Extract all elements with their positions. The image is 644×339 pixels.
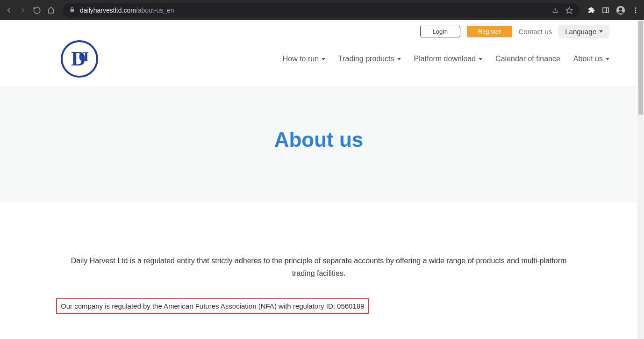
login-button[interactable]: LogIn: [420, 26, 461, 37]
chevron-down-icon: [479, 58, 482, 60]
svg-point-7: [635, 12, 637, 13]
nav-item-label: Platform download: [414, 55, 476, 63]
svg-marker-0: [566, 7, 572, 13]
nav-how-to-run[interactable]: How to run: [283, 55, 325, 63]
main-nav: How to run Trading products Platform dow…: [283, 55, 609, 63]
regulator-highlight: Our company is regulated by the American…: [56, 298, 369, 314]
chevron-down-icon: [322, 58, 325, 60]
site-top-bar: LogIn Register Contact us Language: [0, 20, 637, 38]
url-host: dailyharvestltd.com: [80, 7, 136, 14]
contact-link[interactable]: Contact us: [519, 28, 552, 36]
hero-section: About us: [0, 86, 637, 203]
share-icon[interactable]: [551, 7, 559, 14]
nav-item-label: Trading products: [338, 55, 394, 63]
chevron-down-icon: [599, 30, 603, 33]
intro-section: Daily Harvest Ltd is a regulated entity …: [0, 203, 637, 298]
nav-item-label: How to run: [283, 55, 319, 63]
register-button[interactable]: Register: [467, 26, 512, 37]
forward-button[interactable]: [19, 6, 27, 14]
chevron-down-icon: [397, 58, 401, 60]
language-label: Language: [565, 28, 596, 36]
nav-trading-products[interactable]: Trading products: [338, 55, 401, 63]
nav-item-label: Calendar of finance: [495, 55, 560, 63]
home-button[interactable]: [47, 6, 55, 14]
reload-button[interactable]: [33, 6, 41, 14]
svg-point-6: [635, 9, 637, 11]
language-dropdown[interactable]: Language: [558, 25, 609, 38]
page-content: LogIn Register Contact us Language How t…: [0, 20, 637, 328]
nav-about-us[interactable]: About us: [573, 55, 609, 63]
chevron-down-icon: [606, 58, 609, 60]
site-logo[interactable]: [61, 40, 98, 78]
scrollbar-thumb[interactable]: [638, 21, 643, 115]
nav-arrows: [5, 6, 55, 14]
address-bar[interactable]: dailyharvestltd.com/about-us_en: [63, 3, 580, 17]
svg-rect-1: [603, 7, 608, 13]
regulator-text: Our company is regulated by the American…: [61, 302, 364, 310]
extensions-icon[interactable]: [588, 7, 595, 14]
nav-platform-download[interactable]: Platform download: [414, 55, 483, 63]
browser-toolbar: dailyharvestltd.com/about-us_en: [0, 0, 644, 20]
highlight-section: Our company is regulated by the American…: [0, 298, 637, 328]
svg-point-4: [619, 7, 623, 11]
scrollbar-track[interactable]: [637, 20, 644, 339]
nav-calendar[interactable]: Calendar of finance: [495, 55, 560, 63]
star-icon[interactable]: [565, 7, 573, 14]
panel-icon[interactable]: [602, 7, 609, 14]
menu-icon[interactable]: [632, 7, 639, 14]
header-row: How to run Trading products Platform dow…: [0, 38, 637, 86]
profile-icon[interactable]: [616, 6, 625, 15]
intro-paragraph: Daily Harvest Ltd is a regulated entity …: [65, 254, 572, 280]
url-path: /about-us_en: [136, 7, 174, 14]
chrome-right-icons: [588, 6, 639, 15]
viewport: LogIn Register Contact us Language How t…: [0, 20, 644, 339]
nav-item-label: About us: [573, 55, 603, 63]
back-button[interactable]: [5, 6, 13, 14]
url-text: dailyharvestltd.com/about-us_en: [80, 7, 174, 14]
svg-point-5: [635, 7, 637, 9]
lock-icon: [69, 7, 75, 14]
page-title: About us: [0, 128, 637, 151]
